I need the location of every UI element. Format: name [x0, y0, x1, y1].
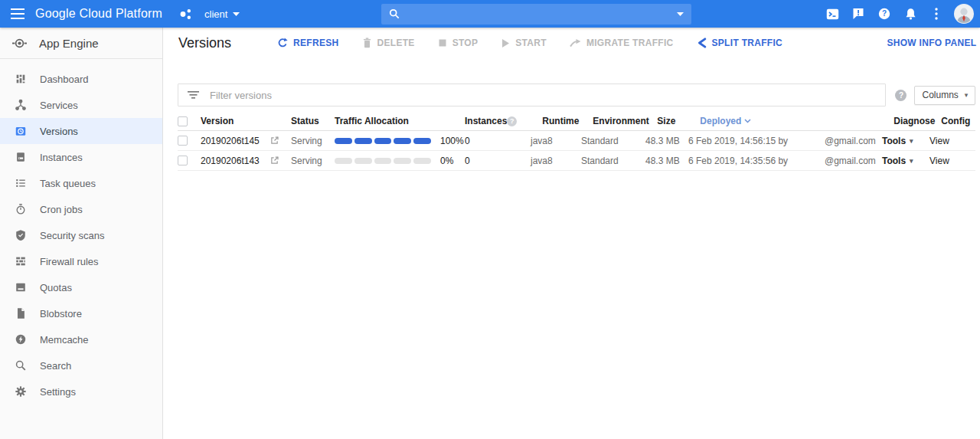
col-environment[interactable]: Environment: [593, 116, 657, 126]
cloud-shell-icon[interactable]: [819, 0, 845, 28]
col-deployed-label: Deployed: [700, 116, 741, 126]
stop-button[interactable]: STOP: [438, 38, 479, 48]
sidebar-nav: Dashboard Services Versions Instances: [0, 59, 162, 405]
runtime-value: java8: [531, 136, 581, 146]
start-label: START: [515, 38, 547, 48]
instances-count: 0: [465, 136, 495, 146]
col-instances[interactable]: Instances: [465, 116, 507, 126]
col-size[interactable]: Size: [657, 116, 700, 126]
topbar-left: Google Cloud Platform client: [0, 7, 253, 21]
version-status: Serving: [291, 156, 335, 166]
view-config-link[interactable]: View: [929, 156, 964, 166]
refresh-icon: [277, 38, 288, 48]
page-title: Versions: [178, 35, 231, 51]
page-body: App Engine Dashboard Services Versions: [0, 28, 980, 439]
notifications-icon[interactable]: [897, 0, 923, 28]
top-app-bar: Google Cloud Platform client ?: [0, 0, 980, 28]
version-name[interactable]: 20190206t145: [201, 136, 270, 146]
migrate-traffic-label: MIGRATE TRAFFIC: [586, 38, 674, 48]
row-checkbox[interactable]: [178, 136, 188, 146]
size-value: 48.3 MB: [645, 136, 688, 146]
filter-box[interactable]: [178, 84, 886, 106]
main-content: Versions REFRESH DELETE STOP START MIGRA…: [163, 28, 980, 439]
tools-dropdown[interactable]: Tools ▾: [882, 136, 929, 146]
more-options-icon[interactable]: [923, 0, 949, 28]
external-link-icon: [270, 156, 279, 165]
migrate-traffic-button[interactable]: MIGRATE TRAFFIC: [570, 38, 674, 48]
delete-label: DELETE: [377, 38, 415, 48]
sidebar-item-label: Cron jobs: [40, 204, 83, 215]
sidebar-item-blobstore[interactable]: Blobstore: [0, 300, 162, 326]
refresh-button[interactable]: REFRESH: [277, 38, 338, 48]
environment-value: Standard: [581, 156, 645, 166]
split-traffic-button[interactable]: SPLIT TRAFFIC: [697, 38, 783, 48]
task-queues-icon: [14, 176, 28, 190]
open-version-link[interactable]: [270, 136, 291, 146]
sidebar-item-search[interactable]: Search: [0, 352, 162, 378]
project-selector[interactable]: client: [204, 8, 240, 20]
app-engine-icon: [12, 36, 27, 51]
filter-versions-input[interactable]: [210, 90, 876, 101]
environment-value: Standard: [581, 136, 645, 146]
help-icon[interactable]: ?: [871, 0, 897, 28]
global-search[interactable]: [381, 4, 691, 25]
refresh-label: REFRESH: [293, 38, 338, 48]
external-link-icon: [270, 136, 279, 146]
sidebar-item-services[interactable]: Services: [0, 92, 162, 118]
sidebar-item-task-queues[interactable]: Task queues: [0, 170, 162, 196]
col-deployed-sort[interactable]: Deployed: [700, 116, 836, 126]
col-runtime[interactable]: Runtime: [542, 116, 593, 126]
delete-button[interactable]: DELETE: [362, 38, 415, 48]
avatar[interactable]: [954, 4, 974, 24]
menu-icon[interactable]: [0, 8, 35, 20]
project-switcher-icon[interactable]: [179, 8, 192, 21]
table-header-row: Version Status Traffic Allocation Instan…: [178, 112, 975, 131]
sidebar-item-firewall-rules[interactable]: Firewall rules: [0, 248, 162, 274]
sidebar-item-label: Services: [40, 100, 78, 111]
deployed-value: 6 Feb 2019, 14:56:15 by: [688, 136, 825, 146]
sidebar-item-memcache[interactable]: Memcache: [0, 326, 162, 352]
search-scope-chevron-icon[interactable]: [677, 12, 684, 16]
view-config-link[interactable]: View: [929, 136, 964, 146]
instances-help-icon[interactable]: ?: [507, 116, 517, 126]
sidebar-item-cron-jobs[interactable]: Cron jobs: [0, 196, 162, 222]
sidebar-item-quotas[interactable]: Quotas: [0, 274, 162, 300]
columns-label: Columns: [922, 90, 958, 100]
search-icon: [389, 8, 400, 19]
start-button[interactable]: START: [501, 38, 547, 48]
versions-icon: [14, 124, 28, 138]
sidebar-item-instances[interactable]: Instances: [0, 144, 162, 170]
sidebar-item-label: Task queues: [40, 178, 96, 189]
traffic-percent: 0%: [440, 156, 453, 166]
feedback-icon[interactable]: [845, 0, 871, 28]
instances-count: 0: [465, 156, 495, 166]
version-status: Serving: [291, 136, 335, 146]
search-icon: [14, 359, 28, 372]
sidebar-item-security-scans[interactable]: Security scans: [0, 222, 162, 248]
sidebar-item-dashboard[interactable]: Dashboard: [0, 66, 162, 92]
tools-dropdown[interactable]: Tools ▾: [882, 156, 929, 166]
quotas-icon: [14, 280, 28, 294]
col-traffic[interactable]: Traffic Allocation: [335, 116, 465, 126]
col-status[interactable]: Status: [291, 116, 335, 126]
show-info-panel-button[interactable]: SHOW INFO PANEL: [887, 38, 976, 48]
row-checkbox[interactable]: [178, 156, 188, 165]
chevron-down-icon: ▾: [965, 91, 969, 99]
sidebar-item-versions[interactable]: Versions: [0, 118, 162, 144]
split-traffic-label: SPLIT TRAFFIC: [712, 38, 783, 48]
tools-label: Tools: [882, 156, 906, 166]
open-version-link[interactable]: [270, 156, 291, 165]
instances-icon: [14, 150, 28, 164]
product-logo[interactable]: Google Cloud Platform: [35, 7, 162, 21]
deployed-by-email: @gmail.com: [825, 156, 882, 166]
settings-icon: [14, 385, 28, 398]
sidebar-item-settings[interactable]: Settings: [0, 378, 162, 405]
sidebar-header: App Engine: [0, 28, 162, 59]
version-name[interactable]: 20190206t143: [201, 156, 270, 166]
filter-help-icon[interactable]: ?: [895, 90, 906, 101]
col-version[interactable]: Version: [201, 116, 270, 126]
columns-button[interactable]: Columns ▾: [914, 86, 975, 105]
table-row: 20190206t145 Serving 100% 0 java8 Standa…: [178, 131, 975, 151]
search-input[interactable]: [406, 8, 671, 20]
select-all-checkbox[interactable]: [178, 116, 188, 126]
